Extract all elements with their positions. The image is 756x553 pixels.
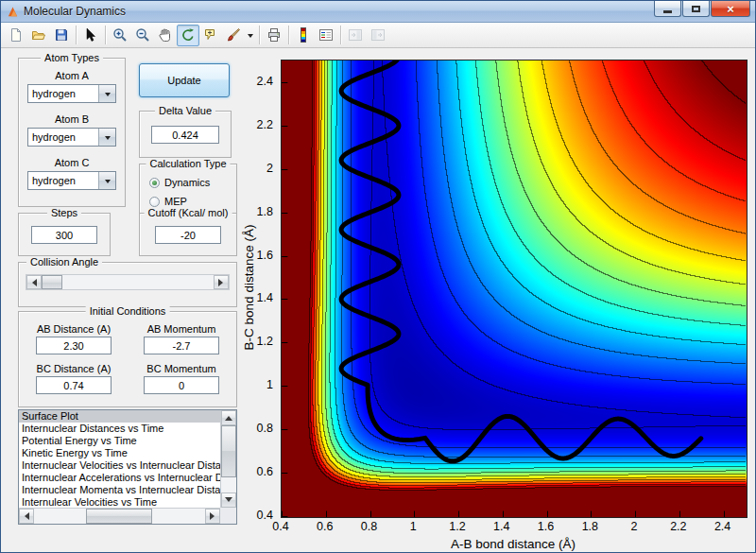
save-icon	[54, 27, 69, 43]
toolbar-separator	[76, 26, 77, 44]
list-item[interactable]: Internuclear Velocities vs Internuclear …	[19, 459, 220, 472]
show-plot-tools-icon	[370, 27, 386, 43]
collision-angle-title: Collision Angle	[26, 256, 102, 268]
atom-c-select[interactable]: hydrogen	[27, 171, 116, 190]
atom-a-dropdown-button[interactable]	[98, 85, 115, 102]
list-item[interactable]: Internuclear Momenta vs Internuclear Dis…	[19, 484, 220, 496]
cutoff-input[interactable]	[155, 226, 221, 244]
list-item[interactable]: Surface Plot	[19, 410, 220, 423]
toolbar-separator	[288, 26, 289, 44]
maximize-icon	[692, 6, 700, 12]
y-tick-label: 1.4	[257, 291, 273, 304]
cutoff-title: Cutoff (Kcal/ mol)	[145, 207, 232, 218]
save-figure-button[interactable]	[50, 25, 73, 46]
hide-plot-tools-icon	[348, 27, 363, 43]
select-pointer-button[interactable]	[79, 25, 102, 46]
new-icon	[9, 27, 24, 43]
x-tick-label: 1.6	[538, 520, 554, 533]
y-tick-label: 1.8	[257, 205, 273, 218]
pan-button[interactable]	[154, 25, 177, 46]
collision-angle-slider[interactable]	[26, 274, 230, 290]
calc-type-option-mep[interactable]: MEP	[149, 196, 187, 207]
atom-b-label: Atom B	[19, 113, 125, 125]
insert-colorbar-button[interactable]	[292, 25, 315, 46]
zoom-out-button[interactable]	[131, 25, 154, 46]
atom-b-select[interactable]: hydrogen	[27, 128, 116, 147]
zoom-in-button[interactable]	[109, 25, 131, 46]
chevron-down-icon	[248, 34, 253, 41]
hscroll-thumb[interactable]	[86, 509, 152, 524]
slider-track[interactable]	[42, 275, 214, 289]
slider-thumb[interactable]	[42, 275, 62, 289]
bc-momentum-input[interactable]	[144, 376, 219, 394]
vscroll-thumb[interactable]	[221, 425, 236, 477]
hide-plot-tools-button[interactable]	[344, 25, 367, 46]
atom-c-dropdown-button[interactable]	[98, 172, 115, 189]
close-button[interactable]: ×	[711, 1, 750, 17]
hscroll-track[interactable]	[34, 509, 205, 524]
bc-distance-label: BC Distance (A)	[23, 363, 125, 374]
atom-a-select[interactable]: hydrogen	[27, 84, 116, 103]
toolbar	[1, 23, 755, 48]
ab-momentum-input[interactable]	[144, 337, 219, 354]
print-icon	[266, 27, 282, 43]
atom-a-value: hydrogen	[28, 85, 98, 102]
ab-distance-input[interactable]	[36, 337, 112, 354]
rotate-3d-button[interactable]	[177, 25, 199, 46]
list-item[interactable]: Internulear Velocities vs Time	[19, 496, 220, 508]
atom-b-dropdown-button[interactable]	[98, 129, 115, 146]
x-tick-label: 1	[410, 520, 417, 533]
ab-distance-label: AB Distance (A)	[23, 323, 125, 335]
title-bar[interactable]: Molecular Dynamics ×	[1, 1, 755, 23]
steps-input[interactable]	[31, 226, 97, 244]
arrow-down-icon	[225, 497, 232, 506]
arrow-right-icon	[218, 279, 227, 286]
radio-selected-icon	[149, 178, 160, 188]
maximize-button[interactable]	[682, 1, 710, 17]
colorbar-icon	[296, 27, 311, 43]
scroll-right-button[interactable]	[205, 509, 220, 524]
listbox-vscrollbar[interactable]	[220, 410, 236, 508]
scrollbar-corner	[220, 508, 236, 524]
zoom-in-icon	[112, 27, 128, 43]
scroll-left-button[interactable]	[19, 509, 34, 524]
list-item[interactable]: Kinetic Energy vs Time	[19, 447, 220, 459]
data-cursor-button[interactable]	[199, 25, 222, 46]
brush-icon	[226, 27, 241, 43]
insert-legend-button[interactable]	[315, 25, 337, 46]
minimize-button[interactable]	[654, 1, 681, 17]
update-button[interactable]: Update	[139, 63, 230, 97]
brush-button[interactable]	[222, 25, 245, 46]
brush-dropdown-button[interactable]	[245, 25, 256, 46]
open-file-button[interactable]	[27, 25, 50, 46]
vscroll-track[interactable]	[221, 425, 236, 493]
open-icon	[31, 27, 46, 43]
pes-canvas[interactable]	[281, 60, 747, 518]
slider-right-arrow[interactable]	[214, 275, 229, 289]
scroll-down-button[interactable]	[221, 493, 236, 508]
bc-distance-input[interactable]	[36, 376, 112, 394]
ab-momentum-label: AB Momentum	[130, 323, 232, 335]
initial-conditions-panel: Initial Conditions AB Distance (A) AB Mo…	[18, 311, 237, 407]
print-figure-button[interactable]	[263, 25, 285, 46]
y-tick-label: 0.8	[257, 422, 273, 435]
toolbar-separator	[259, 26, 260, 44]
x-tick-label: 0.6	[317, 520, 333, 533]
new-figure-button[interactable]	[5, 25, 27, 46]
scroll-up-button[interactable]	[221, 410, 236, 425]
calc-type-option-dynamics[interactable]: Dynamics	[149, 177, 210, 188]
radio-unselected-icon	[149, 197, 160, 207]
listbox-hscrollbar[interactable]	[19, 508, 220, 524]
slider-left-arrow[interactable]	[26, 275, 42, 289]
delta-value-input[interactable]	[151, 126, 219, 144]
list-item[interactable]: Internuclear Accelerations vs Internucle…	[19, 472, 220, 484]
show-plot-tools-button[interactable]	[367, 25, 389, 46]
list-item[interactable]: Internuclear Distances vs Time	[19, 423, 220, 435]
atom-b-value: hydrogen	[28, 129, 98, 146]
pan-icon	[158, 27, 173, 43]
chevron-down-icon	[105, 180, 111, 186]
x-tick-label: 1.4	[493, 520, 509, 533]
list-item[interactable]: Potential Energy vs Time	[19, 435, 220, 447]
arrow-right-icon	[210, 512, 218, 520]
x-tick-label: 1.8	[582, 520, 598, 533]
